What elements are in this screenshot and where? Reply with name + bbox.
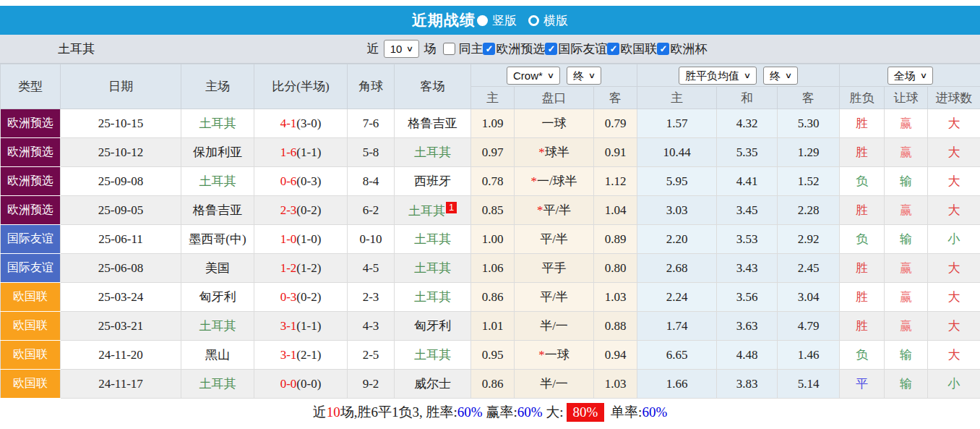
wdl-result-cell: 胜 [840,254,885,283]
avg-draw-cell: 4.48 [717,341,778,370]
home-team-cell: 土耳其 [181,312,254,341]
goals-result: 大 [948,319,960,333]
halftime-score: (0-2) [296,203,321,217]
home-team: 土耳其 [199,174,236,188]
avg-away-cell: 3.04 [778,283,840,312]
halftime-score: (0-0) [296,377,321,391]
handicap-cell: *一/球半 [515,167,594,196]
goals-result: 大 [948,290,960,304]
table-row: 欧国联 24-11-17 土耳其 0-0(0-0) 9-2 威尔士 0.86 半… [1,370,980,399]
table-row: 国际友谊 25-06-08 美国 1-2(1-2) 4-5 土耳其 1.06 平… [1,254,980,283]
away-team: 西班牙 [414,174,451,188]
away-team: 土耳其 [414,290,451,304]
handicap-line: 平/半 [540,290,568,304]
fulltime-score: 1-6 [280,145,297,159]
goals-result: 小 [948,232,960,246]
away-team: 匈牙利 [414,319,451,333]
col-header-score: 比分(半场) [254,64,348,109]
avg-draw-cell: 3.45 [717,196,778,225]
halftime-score: (1-0) [296,232,321,246]
home-team-cell: 土耳其 [181,167,254,196]
score-cell: 2-3(0-2) [254,196,348,225]
goals-result: 大 [948,174,960,188]
results-table: 类型 日期 主场 比分(半场) 角球 客场 Crow*∨ 终∨ 胜平负均值∨ 终… [0,64,980,399]
sub-header-wdl: 胜负 [840,87,885,109]
table-row: 欧国联 25-03-24 匈牙利 0-3(0-2) 2-3 土耳其 0.86 平… [1,283,980,312]
same-home-checkbox[interactable] [443,43,455,55]
away-team: 土耳其 [414,348,451,362]
bookmaker-select[interactable]: Crow*∨ [507,67,560,85]
competition-label-nations-league: 欧国联 [620,41,657,57]
avg-home-cell: 2.68 [637,254,717,283]
avg-period-select[interactable]: 终∨ [763,67,798,85]
avg-away-cell: 2.28 [778,196,840,225]
odds-home-cell: 1.09 [471,109,515,138]
sub-header-avg-draw: 和 [717,87,778,109]
odds-home-cell: 0.95 [471,341,515,370]
handicap-cell: 一球 [515,109,594,138]
recent-count-select[interactable]: 10∨ [384,40,420,58]
competition-tag: 欧国联 [1,341,61,370]
wdl-result-cell: 负 [840,341,885,370]
handicap-result: 输 [900,348,912,362]
avg-away-cell: 1.46 [778,341,840,370]
wdl-result-cell: 平 [840,370,885,399]
handicap-line: 一球 [545,348,569,362]
handicap-line: 半/一 [540,377,568,391]
away-team-badge: 1 [446,202,457,213]
bookmaker-period-select[interactable]: 终∨ [567,67,601,85]
odds-home-cell: 1.00 [471,225,515,254]
home-team-cell: 美国 [181,254,254,283]
competition-checkbox-friendly[interactable]: ✓ [545,43,557,55]
handicap-line: 平手 [542,261,567,275]
page-title: 近期战绩 [412,10,476,30]
avg-draw-cell: 3.83 [717,370,778,399]
handicap-result-cell: 赢 [885,254,928,283]
goals-result-cell: 小 [928,370,980,399]
horizontal-layout-radio[interactable] [528,15,539,26]
score-cell: 0-0(0-0) [254,370,348,399]
handicap-cell: 平手 [515,254,594,283]
result-group-header: 全场∨ [840,64,980,87]
score-cell: 3-1(1-1) [254,312,348,341]
halftime-score: (1-2) [296,261,321,275]
competition-label-qualifiers: 欧洲预选 [496,41,545,57]
competition-label-euro: 欧洲杯 [670,41,707,57]
wdl-result: 胜 [856,319,868,333]
competition-tag: 欧洲预选 [1,167,61,196]
avg-draw-cell: 4.32 [717,109,778,138]
handicap-line: 平/半 [540,232,568,246]
avg-away-cell: 2.92 [778,225,840,254]
summary-record: 场,胜6平1负3, [340,403,426,422]
fulltime-score: 4-1 [280,116,297,130]
score-cell: 3-1(2-1) [254,341,348,370]
competition-checkbox-qualifiers[interactable]: ✓ [483,43,495,55]
competition-checkbox-euro[interactable]: ✓ [657,43,669,55]
handicap-rate-label: 赢率: [483,403,517,422]
sub-header-goals: 进球数 [928,87,980,109]
vertical-layout-label[interactable]: 竖版 [492,12,517,29]
wdl-result-cell: 胜 [840,109,885,138]
fulltime-score: 3-1 [280,319,297,333]
horizontal-layout-label[interactable]: 横版 [543,12,568,29]
vertical-layout-radio[interactable] [477,15,488,26]
odds-home-cell: 0.85 [471,196,515,225]
scope-select[interactable]: 全场∨ [887,67,933,85]
date-cell: 25-10-15 [61,109,181,138]
odds-away-cell: 1.04 [594,196,637,225]
competition-checkbox-nations-league[interactable]: ✓ [607,43,619,55]
away-team-cell: 匈牙利 [395,312,471,341]
col-header-away: 客场 [395,64,471,109]
date-cell: 25-03-21 [61,312,181,341]
results-tbody: 欧洲预选 25-10-15 土耳其 4-1(3-0) 7-6 格鲁吉亚 1.09… [1,109,980,399]
handicap-cell: *一球 [515,341,594,370]
halftime-score: (0-3) [296,174,321,188]
avg-odds-select[interactable]: 胜平负均值∨ [679,67,757,85]
col-header-date: 日期 [61,64,181,109]
home-team: 土耳其 [199,116,236,130]
away-team-cell: 土耳其 [395,138,471,167]
wdl-result: 胜 [856,145,868,159]
fulltime-score: 0-0 [280,377,297,391]
sub-header-handicap: 盘口 [515,87,594,109]
summary-bar: 近10场,胜6平1负3, 胜率:60% 赢率:60% 大:80% 单率:60% [0,399,980,425]
